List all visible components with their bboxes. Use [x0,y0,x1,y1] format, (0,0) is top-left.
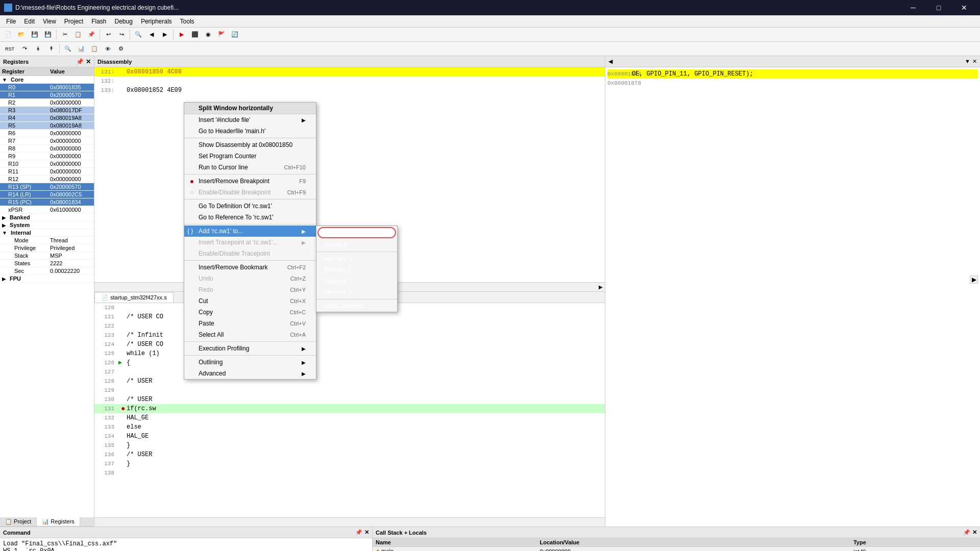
menu-project[interactable]: Project [60,15,87,27]
step-into-btn[interactable]: ↡ [32,43,44,55]
system-section[interactable]: ▶ System [0,221,94,229]
debug-step-btn[interactable]: ◉ [202,29,214,40]
copy-btn[interactable]: 📋 [72,29,84,40]
source-close-icon[interactable]: ✕ [972,58,977,65]
command-close-icon[interactable]: ✕ [364,529,369,536]
ctx-cut[interactable]: Cut Ctrl+X [184,295,316,307]
source-dropdown-icon[interactable]: ▼ [965,58,970,65]
ctx-add-to[interactable]: { } Add 'rc.sw1' to... ▶ Watch 1 Watch 2… [184,226,316,237]
paste-btn[interactable]: 📌 [85,29,97,40]
submenu-memory4[interactable]: Memory 4 [316,287,397,298]
menu-file[interactable]: File [2,15,20,27]
title-bar: D:\messed-file\Robots Engineering electr… [0,0,980,15]
ctx-run-cursor[interactable]: Run to Cursor line Ctrl+F10 [184,162,316,173]
fwd-btn[interactable]: ▶ [159,29,171,40]
new-btn[interactable]: 📄 [2,29,14,40]
breakpoint-icon: ● [187,177,197,185]
tab-startup[interactable]: 📄 startup_stm32f427xx.s [94,292,174,303]
internal-section[interactable]: ▼ Internal [0,229,94,237]
reg-name-10: R10 [0,160,48,168]
mem-btn[interactable]: 📊 [75,43,87,55]
code-line-138: 138 [94,468,605,478]
submenu-watch2[interactable]: Watch 2 [316,239,397,251]
ctx-undo-shortcut: Ctrl+Z [290,276,306,282]
cut-btn[interactable]: ✂ [59,29,71,40]
reg-name-8: R8 [0,145,48,153]
core-section[interactable]: ▼ Core [0,76,94,84]
right-scroll-arrow[interactable]: ▶ [970,276,978,284]
ctx-split-window[interactable]: Split Window horizontally [184,103,316,114]
reg-value-12: 0x00000000 [48,176,94,183]
registers-close-icon[interactable]: ✕ [86,58,91,65]
ctx-copy-shortcut: Ctrl+C [290,309,306,315]
source-code-area[interactable]: 0x08001874 OE, GPIO_PIN_11, GPIO_PIN_RES… [605,67,980,527]
submenu-memory2[interactable]: Memory 2 [316,264,397,276]
magnify-btn[interactable]: 🔍 [62,43,74,55]
open-btn[interactable]: 📂 [15,29,28,40]
close-button[interactable]: ✕ [952,0,976,15]
ctx-goto-ref[interactable]: Go to Reference To 'rc.sw1' [184,212,316,223]
source-expand-icon[interactable]: ◀ [608,58,612,65]
callstack-pin-icon[interactable]: 📌 [963,529,970,536]
menu-tools[interactable]: Tools [176,15,199,27]
ctx-select-all[interactable]: Select All Ctrl+A [184,329,316,340]
tab-project[interactable]: 📋 Project [0,517,37,526]
save-all-btn[interactable]: 💾 [42,29,54,40]
maximize-button[interactable]: □ [927,0,950,15]
find-btn[interactable]: 🔍 [132,29,144,40]
step-out-btn[interactable]: ↟ [45,43,57,55]
code-line-124: 124 /* USER CO [94,340,605,349]
menu-debug[interactable]: Debug [111,15,137,27]
submenu-memory1[interactable]: Memory 1 [316,253,397,264]
ctx-paste[interactable]: Paste Ctrl+V [184,318,316,329]
ctx-bookmark[interactable]: Insert/Remove Bookmark Ctrl+F2 [184,262,316,273]
rst-btn[interactable]: RST [2,43,17,55]
reg2-btn[interactable]: 📋 [88,43,101,55]
fpu-section[interactable]: ▶ FPU [0,275,94,283]
redo-btn[interactable]: ↪ [115,29,128,40]
reg-value-11: 0x00000000 [48,168,94,176]
submenu-watch1[interactable]: Watch 1 [317,227,396,238]
ctx-sep-2 [184,174,316,174]
tab-registers[interactable]: 📊 Registers [37,517,80,526]
code-scrollbar-h[interactable] [94,517,605,527]
ctx-set-pc[interactable]: Set Program Counter [184,151,316,162]
code-editor[interactable]: 120 121 /* USER CO 122 123 /* Infinit 12… [94,303,605,518]
callstack-close-icon[interactable]: ✕ [972,529,977,536]
internal-label-1: Privilege [0,244,48,252]
banked-section[interactable]: ▶ Banked [0,214,94,221]
command-pin-icon[interactable]: 📌 [355,529,362,536]
ctx-advanced[interactable]: Advanced ▶ [184,368,316,379]
debug-stop-btn[interactable]: ⬛ [189,29,201,40]
menu-peripherals[interactable]: Peripherals [137,15,176,27]
ctx-copy[interactable]: Copy Ctrl+C [184,307,316,318]
ctx-redo: Redo Ctrl+Y [184,284,316,295]
registers-pin-icon[interactable]: 📌 [76,58,84,65]
menu-edit[interactable]: Edit [20,15,39,27]
ctx-show-disasm[interactable]: Show Disassembly at 0x08001850 [184,139,316,151]
ctx-exec-profiling[interactable]: Execution Profiling ▶ [184,343,316,354]
add-to-submenu: Watch 1 Watch 2 Memory 1 Memory 2 Memory… [316,226,398,312]
debug-flag-btn[interactable]: 🚩 [215,29,228,40]
menu-flash[interactable]: Flash [87,15,110,27]
minimize-button[interactable]: ─ [901,0,925,15]
ctx-goto-header[interactable]: Go to Headerfile 'main.h' [184,126,316,137]
save-btn[interactable]: 💾 [29,29,41,40]
menu-view[interactable]: View [39,15,60,27]
debug-run-btn[interactable]: ▶ [176,29,188,40]
undo-btn[interactable]: ↩ [102,29,114,40]
ctx-goto-def[interactable]: Go To Definition Of 'rc.sw1' [184,201,316,212]
scroll-right-arrow[interactable]: ▶ [599,284,603,290]
watch-btn[interactable]: 👁 [102,43,114,55]
submenu-memory3[interactable]: Memory 3 [316,276,397,287]
ctx-insert-bp[interactable]: ● Insert/Remove Breakpoint F9 [184,176,316,187]
ctx-paste-shortcut: Ctrl+V [290,320,306,327]
submenu-logic[interactable]: Logic Analyzer [316,300,397,312]
gear-btn[interactable]: ⚙ [115,43,127,55]
step-over-btn[interactable]: ↷ [18,43,31,55]
ctx-insert-include[interactable]: Insert '#include file' ▶ [184,114,316,126]
ctx-outlining[interactable]: Outlining ▶ [184,357,316,368]
back-btn[interactable]: ◀ [145,29,158,40]
debug-reset-btn[interactable]: 🔄 [229,29,241,40]
ctx-sep-1 [184,138,316,138]
